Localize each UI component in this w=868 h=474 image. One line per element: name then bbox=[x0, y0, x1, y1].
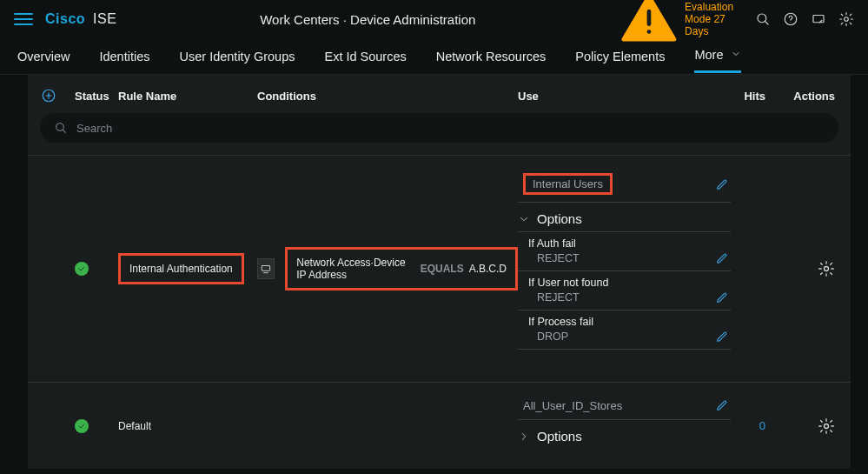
menu-icon[interactable] bbox=[14, 10, 33, 29]
option-auth-fail: If Auth fail REJECT bbox=[518, 232, 731, 271]
svg-rect-13 bbox=[262, 266, 269, 271]
search-input[interactable] bbox=[76, 122, 825, 135]
col-hits: Hits bbox=[713, 90, 765, 103]
row-actions-icon[interactable] bbox=[818, 417, 835, 435]
tab-more[interactable]: More bbox=[694, 39, 740, 73]
hits-count: 0 bbox=[731, 419, 765, 432]
nav-tabs: Overview Identities User Identity Groups… bbox=[0, 38, 868, 75]
add-rule-button[interactable] bbox=[40, 87, 57, 104]
tab-user-identity-groups[interactable]: User Identity Groups bbox=[179, 41, 295, 72]
svg-point-7 bbox=[845, 17, 849, 22]
option-key: If User not found bbox=[528, 277, 729, 289]
option-value: DROP bbox=[528, 330, 568, 343]
row-actions-icon[interactable] bbox=[818, 260, 835, 277]
condition-operator: EQUALS bbox=[421, 263, 464, 275]
edit-icon[interactable] bbox=[715, 330, 729, 344]
identity-source[interactable]: All_User_ID_Stores bbox=[523, 399, 622, 412]
options-label: Options bbox=[537, 429, 582, 444]
option-key: If Process fail bbox=[528, 316, 729, 328]
svg-point-1 bbox=[647, 30, 652, 34]
rule-name[interactable]: Default bbox=[118, 420, 151, 432]
options-toggle[interactable]: Options bbox=[518, 420, 731, 449]
edit-icon[interactable] bbox=[715, 398, 729, 412]
brand-part1: Cisco bbox=[45, 11, 85, 26]
edit-icon[interactable] bbox=[715, 290, 729, 304]
tab-identities[interactable]: Identities bbox=[99, 41, 149, 72]
evaluation-label: Evaluation Mode 27 Days bbox=[685, 1, 743, 37]
brand-part2: ISE bbox=[93, 11, 116, 26]
use-column: All_User_ID_Stores Options bbox=[518, 383, 731, 449]
edit-icon[interactable] bbox=[715, 251, 729, 265]
edit-icon[interactable] bbox=[715, 177, 729, 191]
option-value: REJECT bbox=[528, 252, 580, 264]
tab-policy-elements[interactable]: Policy Elements bbox=[575, 41, 665, 72]
svg-line-3 bbox=[765, 21, 768, 24]
option-value: REJECT bbox=[528, 291, 580, 304]
status-enabled-icon bbox=[75, 262, 89, 276]
brand-logo: Cisco ISE bbox=[45, 11, 116, 27]
global-search-icon[interactable] bbox=[755, 11, 771, 27]
breadcrumb: Work Centers · Device Administration bbox=[116, 12, 619, 27]
settings-icon[interactable] bbox=[838, 11, 854, 27]
option-process-fail: If Process fail DROP bbox=[518, 310, 731, 350]
options-label: Options bbox=[537, 211, 582, 226]
chevron-down-icon bbox=[518, 213, 530, 225]
tab-overview[interactable]: Overview bbox=[17, 41, 70, 72]
chevron-down-icon bbox=[731, 49, 741, 59]
table-row: Internal Authentication Network Access·D… bbox=[28, 156, 851, 382]
chevron-right-icon bbox=[518, 431, 530, 443]
use-column: Internal Users Options If Auth fail REJE… bbox=[518, 156, 731, 350]
search-bar[interactable] bbox=[40, 113, 838, 143]
rule-name[interactable]: Internal Authentication bbox=[118, 253, 244, 284]
table-header: Status Rule Name Conditions Use Hits Act… bbox=[28, 75, 851, 113]
tab-more-label: More bbox=[694, 48, 723, 62]
top-bar: Cisco ISE Work Centers · Device Administ… bbox=[0, 0, 868, 38]
option-user-not-found: If User not found REJECT bbox=[518, 271, 731, 310]
svg-point-5 bbox=[791, 22, 792, 23]
col-use: Use bbox=[518, 90, 713, 103]
options-toggle[interactable]: Options bbox=[518, 203, 731, 232]
svg-rect-6 bbox=[813, 16, 824, 23]
svg-point-15 bbox=[825, 267, 829, 271]
svg-line-12 bbox=[63, 130, 65, 132]
status-enabled-icon bbox=[75, 419, 89, 433]
option-key: If Auth fail bbox=[528, 237, 729, 250]
col-conditions: Conditions bbox=[257, 90, 518, 103]
policy-table: Status Rule Name Conditions Use Hits Act… bbox=[28, 75, 851, 469]
condition-value: A.B.C.D bbox=[469, 263, 507, 275]
tab-network-resources[interactable]: Network Resources bbox=[436, 41, 547, 72]
col-actions: Actions bbox=[765, 90, 835, 103]
svg-point-16 bbox=[825, 424, 829, 428]
device-icon bbox=[257, 258, 275, 279]
col-rule-name: Rule Name bbox=[118, 90, 257, 103]
identity-source[interactable]: Internal Users bbox=[523, 173, 613, 195]
lab-icon[interactable] bbox=[811, 11, 826, 27]
condition-attribute: Network Access·Device IP Address bbox=[296, 257, 414, 281]
col-status: Status bbox=[75, 90, 118, 103]
tab-ext-id-sources[interactable]: Ext Id Sources bbox=[324, 41, 406, 72]
table-row: Default All_User_ID_Stores Options 0 bbox=[28, 382, 851, 469]
help-icon[interactable] bbox=[783, 11, 798, 27]
search-icon bbox=[54, 121, 68, 135]
condition[interactable]: Network Access·Device IP Address EQUALS … bbox=[257, 247, 518, 290]
